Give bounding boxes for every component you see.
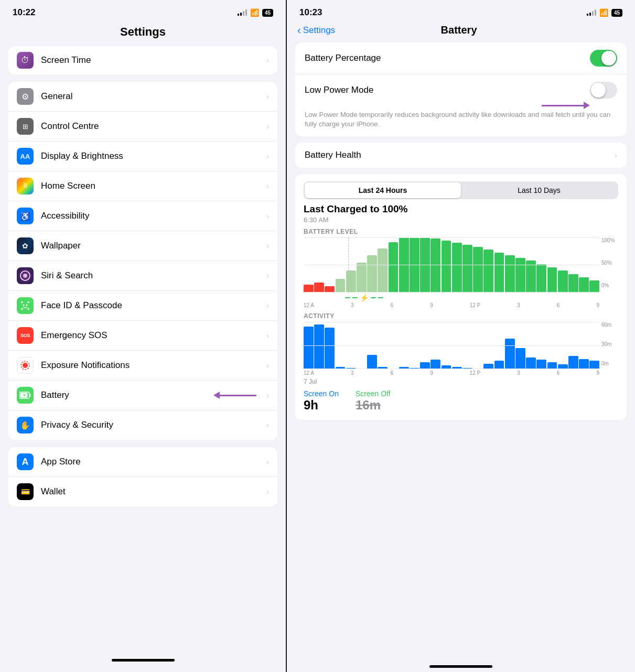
bar-8 (378, 237, 388, 292)
home-bar-left (112, 659, 175, 662)
act-bar-5 (346, 322, 356, 369)
display-chevron-icon: › (266, 152, 269, 160)
act-bar-fill-28 (589, 361, 599, 369)
act-bar-fill-20 (505, 339, 515, 370)
segment-last-10d[interactable]: Last 10 Days (461, 182, 617, 198)
bar-fill-6 (357, 263, 367, 293)
toggle-knob-percentage (601, 51, 616, 66)
time-right: 10:23 (299, 7, 322, 18)
act-y-0: 0m (601, 361, 618, 366)
battery-icon (17, 387, 34, 404)
page-title-left: Settings (0, 21, 286, 46)
segment-last-24h[interactable]: Last 24 Hours (305, 182, 461, 198)
x-label-3a: 3 (351, 302, 354, 308)
act-bar-2 (314, 322, 324, 369)
bar-fill-23 (536, 264, 546, 293)
settings-item-home-screen[interactable]: ⠿ Home Screen › (8, 171, 277, 201)
settings-item-battery[interactable]: Battery › (8, 381, 277, 410)
signal-icon-right (587, 9, 596, 16)
act-bar-27 (579, 322, 589, 369)
activity-x-labels: 12 A 3 6 9 12 P 3 6 9 (304, 370, 599, 376)
bar-17 (473, 237, 483, 292)
settings-item-display[interactable]: AA Display & Brightness › (8, 142, 277, 171)
act-bar-fill-3 (325, 328, 335, 369)
app-store-label: App Store (41, 457, 266, 467)
bar-15 (452, 237, 462, 292)
act-x-6a: 6 (391, 370, 394, 376)
bar-9 (389, 237, 399, 292)
bar-1 (304, 237, 314, 292)
act-bar-fill-8 (378, 367, 388, 370)
home-screen-label: Home Screen (41, 181, 266, 191)
battery-badge-right: 45 (611, 9, 622, 17)
settings-item-exposure[interactable]: Exposure Notifications › (8, 351, 277, 381)
exposure-label: Exposure Notifications (41, 360, 266, 371)
activity-label: ACTIVITY (304, 312, 618, 320)
act-bar-21 (515, 322, 525, 369)
settings-item-wallpaper[interactable]: ✿ Wallpaper › (8, 231, 277, 261)
wallpaper-chevron-icon: › (266, 242, 269, 250)
usage-section: Screen On 9h Screen Off 16m (304, 385, 618, 415)
act-bar-fill-25 (558, 364, 568, 369)
y-label-0: 0% (601, 283, 618, 288)
x-label-9p: 9 (596, 302, 599, 308)
act-bar-fill-16 (462, 368, 472, 370)
settings-item-accessibility[interactable]: ♿ Accessibility › (8, 201, 277, 231)
act-bar-fill-4 (336, 367, 346, 370)
settings-item-emergency-sos[interactable]: SOS Emergency SOS › (8, 321, 277, 351)
status-bar-left: 10:22 📶 45 (0, 0, 286, 21)
battery-level-label: BATTERY LEVEL (304, 228, 618, 235)
status-icons-right: 📶 45 (587, 8, 622, 17)
settings-item-app-store[interactable]: A App Store › (8, 447, 277, 477)
settings-item-wallet[interactable]: 💳 Wallet › (8, 477, 277, 506)
act-bar-fill-24 (547, 362, 557, 370)
settings-item-general[interactable]: ⚙ General › (8, 82, 277, 112)
low-power-toggle[interactable] (590, 82, 617, 99)
bar-27 (579, 237, 589, 292)
wallet-icon: 💳 (17, 483, 34, 500)
battery-content: Battery Percentage Low Power Mode (287, 42, 635, 659)
act-bar-11 (410, 322, 419, 369)
screen-off-value: 16m (356, 398, 391, 413)
screen-time-item[interactable]: ⏱ Screen Time › (8, 46, 277, 74)
left-phone: 10:22 📶 45 Settings ⏱ Screen Time › ⚙ Ge… (0, 0, 286, 672)
back-button[interactable]: ‹ Settings (297, 24, 335, 36)
screen-time-chevron-icon: › (266, 56, 269, 64)
bar-fill-4 (336, 279, 346, 292)
act-bar-fill-26 (568, 356, 578, 369)
screen-on-item: Screen On 9h (304, 389, 339, 413)
act-bar-8 (378, 322, 388, 369)
x-label-6a: 6 (391, 302, 394, 308)
status-bar-right: 10:23 📶 45 (287, 0, 635, 21)
privacy-chevron-icon: › (266, 421, 269, 429)
battery-percentage-toggle[interactable] (590, 50, 617, 67)
wallet-chevron-icon: › (266, 487, 269, 496)
act-bar-fill-15 (452, 367, 462, 370)
nav-bar: ‹ Settings Battery (287, 21, 635, 42)
settings-item-siri[interactable]: Siri & Search › (8, 261, 277, 291)
bar-fill-14 (442, 241, 451, 293)
act-bar-23 (536, 322, 546, 369)
battery-health-chevron-icon: › (615, 151, 617, 159)
privacy-label: Privacy & Security (41, 420, 266, 430)
act-x-9a: 9 (430, 370, 433, 376)
settings-item-control-centre[interactable]: ⊞ Control Centre › (8, 112, 277, 142)
dash-4 (378, 297, 383, 298)
home-screen-chevron-icon: › (266, 182, 269, 190)
settings-item-face-id[interactable]: Face ID & Passcode › (8, 291, 277, 321)
activity-y-labels: 60m 30m 0m (599, 322, 618, 376)
privacy-icon: ✋ (17, 417, 34, 433)
settings-item-privacy[interactable]: ✋ Privacy & Security › (8, 410, 277, 440)
act-y-60: 60m (601, 322, 618, 328)
low-power-description: Low Power Mode temporarily reduces backg… (295, 106, 627, 136)
battery-x-labels: 12 A 3 6 9 12 P 3 6 9 (304, 302, 599, 308)
act-bar-17 (473, 322, 483, 369)
battery-health-row[interactable]: Battery Health › (295, 143, 627, 168)
emergency-sos-label: Emergency SOS (41, 330, 266, 341)
wifi-icon: 📶 (250, 8, 259, 17)
svg-rect-11 (30, 394, 31, 397)
dash-3 (371, 297, 376, 298)
wifi-icon-right: 📶 (599, 8, 608, 17)
act-bar-4 (336, 322, 346, 369)
act-bar-fill-5 (346, 368, 356, 370)
